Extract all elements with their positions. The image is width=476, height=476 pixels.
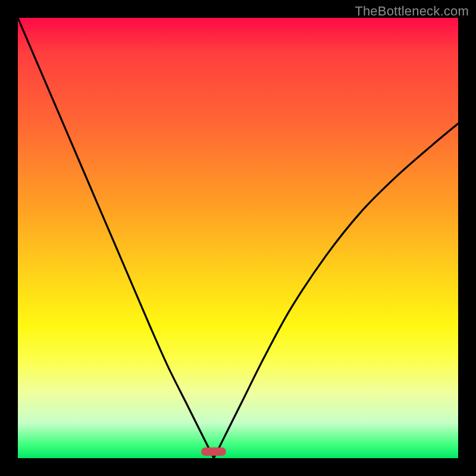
optimum-marker: [201, 447, 226, 456]
chart-plot-area: [18, 18, 458, 458]
curve-path: [18, 18, 458, 458]
watermark-text: TheBottleneck.com: [355, 4, 469, 19]
bottleneck-curve: [18, 18, 458, 458]
